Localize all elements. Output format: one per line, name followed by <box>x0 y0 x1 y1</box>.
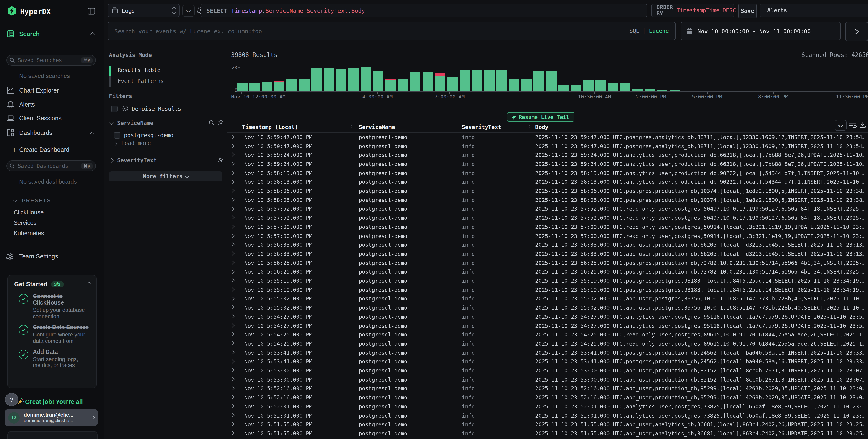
row-expand-chevron-icon[interactable] <box>231 323 235 327</box>
row-expand-chevron-icon[interactable] <box>231 306 235 309</box>
row-servicename: postgresql-demo <box>359 179 450 185</box>
table-row[interactable]: Nov 10 5:57:00.000 PMpostgresql-demoinfo… <box>227 231 868 240</box>
row-body: 2025-11-10 23:56:33.000 UTC,app_user,pro… <box>535 242 866 248</box>
row-servicename: postgresql-demo <box>359 251 450 257</box>
row-expand-chevron-icon[interactable] <box>231 171 235 175</box>
table-row[interactable]: Nov 10 5:58:06.000 PMpostgresql-demoinfo… <box>227 186 868 195</box>
table-row[interactable]: Nov 10 5:55:02.000 PMpostgresql-demoinfo… <box>227 303 868 312</box>
row-expand-chevron-icon[interactable] <box>231 341 235 345</box>
row-expand-chevron-icon[interactable] <box>231 350 235 354</box>
table-row[interactable]: Nov 10 5:56:33.000 PMpostgresql-demoinfo… <box>227 241 868 249</box>
row-expand-chevron-icon[interactable] <box>231 377 235 381</box>
table-row[interactable]: Nov 10 5:52:01.000 PMpostgresql-demoinfo… <box>227 411 868 420</box>
row-body: 2025-11-10 23:58:13.000 UTC,analytics_us… <box>535 170 866 176</box>
row-body: 2025-11-10 23:56:25.000 UTC,postgres,pro… <box>535 269 866 275</box>
row-timestamp: Nov 10 5:57:52.000 PM <box>241 215 351 221</box>
table-row[interactable]: Nov 10 5:55:02.000 PMpostgresql-demoinfo… <box>227 294 868 303</box>
row-timestamp: Nov 10 5:52:01.000 PM <box>241 412 351 419</box>
row-expand-chevron-icon[interactable] <box>231 252 235 255</box>
table-row[interactable]: Nov 10 5:54:25.000 PMpostgresql-demoinfo… <box>227 339 868 348</box>
row-expand-chevron-icon[interactable] <box>231 422 235 426</box>
row-body: 2025-11-10 23:54:27.000 UTC,analytics_us… <box>535 314 866 320</box>
row-servicename: postgresql-demo <box>359 206 450 212</box>
row-severity: info <box>462 305 526 311</box>
row-expand-chevron-icon[interactable] <box>231 332 235 336</box>
row-severity: info <box>462 242 526 248</box>
table-row[interactable]: Nov 10 5:56:33.000 PMpostgresql-demoinfo… <box>227 249 868 258</box>
table-row[interactable]: Nov 10 5:52:01.000 PMpostgresql-demoinfo… <box>227 402 868 411</box>
row-expand-chevron-icon[interactable] <box>231 144 235 148</box>
row-expand-chevron-icon[interactable] <box>231 198 235 201</box>
row-expand-chevron-icon[interactable] <box>231 225 235 229</box>
table-row[interactable]: Nov 10 5:58:13.000 PMpostgresql-demoinfo… <box>227 178 868 186</box>
table-row[interactable]: Nov 10 5:57:52.000 PMpostgresql-demoinfo… <box>227 205 868 213</box>
table-row[interactable]: Nov 10 5:53:41.000 PMpostgresql-demoinfo… <box>227 348 868 357</box>
row-severity: info <box>462 224 526 230</box>
row-expand-chevron-icon[interactable] <box>231 153 235 157</box>
row-expand-chevron-icon[interactable] <box>231 404 235 408</box>
table-row[interactable]: Nov 10 5:52:16.000 PMpostgresql-demoinfo… <box>227 384 868 393</box>
row-expand-chevron-icon[interactable] <box>231 233 235 238</box>
row-expand-chevron-icon[interactable] <box>231 180 235 184</box>
row-expand-chevron-icon[interactable] <box>231 386 235 390</box>
row-body: 2025-11-10 23:53:00.000 UTC,app_user,pro… <box>535 376 866 383</box>
row-expand-chevron-icon[interactable] <box>231 395 235 399</box>
table-row[interactable]: Nov 10 5:53:41.000 PMpostgresql-demoinfo… <box>227 357 868 366</box>
row-expand-chevron-icon[interactable] <box>231 260 235 264</box>
table-row[interactable]: Nov 10 5:55:19.000 PMpostgresql-demoinfo… <box>227 285 868 294</box>
row-expand-chevron-icon[interactable] <box>231 243 235 246</box>
table-row[interactable]: Nov 10 5:59:24.000 PMpostgresql-demoinfo… <box>227 151 868 160</box>
row-servicename: postgresql-demo <box>359 295 450 302</box>
row-servicename: postgresql-demo <box>359 322 450 329</box>
row-expand-chevron-icon[interactable] <box>231 279 235 282</box>
row-expand-chevron-icon[interactable] <box>231 431 235 435</box>
table-row[interactable]: Nov 10 5:54:25.000 PMpostgresql-demoinfo… <box>227 330 868 339</box>
table-row[interactable]: Nov 10 5:58:06.000 PMpostgresql-demoinfo… <box>227 195 868 205</box>
row-timestamp: Nov 10 5:54:25.000 PM <box>241 332 351 338</box>
table-row[interactable]: Nov 10 5:54:27.000 PMpostgresql-demoinfo… <box>227 321 868 330</box>
row-expand-chevron-icon[interactable] <box>231 359 235 363</box>
row-body: 2025-11-10 23:55:19.000 UTC,postgres,pos… <box>535 278 866 284</box>
row-expand-chevron-icon[interactable] <box>231 162 235 166</box>
table-row[interactable]: Nov 10 5:53:00.000 PMpostgresql-demoinfo… <box>227 366 868 375</box>
row-servicename: postgresql-demo <box>359 224 450 230</box>
table-row[interactable]: Nov 10 5:59:47.000 PMpostgresql-demoinfo… <box>227 142 868 151</box>
row-timestamp: Nov 10 5:56:33.000 PM <box>241 251 351 257</box>
table-row[interactable]: Nov 10 5:57:00.000 PMpostgresql-demoinfo… <box>227 222 868 231</box>
table-row[interactable]: Nov 10 5:56:25.000 PMpostgresql-demoinfo… <box>227 268 868 276</box>
row-expand-chevron-icon[interactable] <box>231 189 235 193</box>
row-severity: info <box>462 322 526 329</box>
table-row[interactable]: Nov 10 5:59:47.000 PMpostgresql-demoinfo… <box>227 133 868 142</box>
row-servicename: postgresql-demo <box>359 269 450 275</box>
table-row[interactable]: Nov 10 5:51:55.000 PMpostgresql-demoinfo… <box>227 420 868 429</box>
table-row[interactable]: Nov 10 5:51:55.000 PMpostgresql-demoinfo… <box>227 429 868 438</box>
row-servicename: postgresql-demo <box>359 403 450 410</box>
row-expand-chevron-icon[interactable] <box>231 207 235 211</box>
row-severity: info <box>462 278 526 284</box>
table-row[interactable]: Nov 10 5:59:24.000 PMpostgresql-demoinfo… <box>227 160 868 168</box>
row-expand-chevron-icon[interactable] <box>231 287 235 291</box>
row-timestamp: Nov 10 5:58:06.000 PM <box>241 188 351 194</box>
row-body: 2025-11-10 23:53:41.000 UTC,postgres,pro… <box>535 349 866 356</box>
row-severity: info <box>462 215 526 221</box>
table-row[interactable]: Nov 10 5:58:13.000 PMpostgresql-demoinfo… <box>227 169 868 178</box>
table-row[interactable]: Nov 10 5:56:25.000 PMpostgresql-demoinfo… <box>227 258 868 268</box>
row-servicename: postgresql-demo <box>359 215 450 221</box>
row-timestamp: Nov 10 5:53:41.000 PM <box>241 349 351 356</box>
row-severity: info <box>462 314 526 320</box>
row-expand-chevron-icon[interactable] <box>231 368 235 372</box>
table-row[interactable]: Nov 10 5:57:52.000 PMpostgresql-demoinfo… <box>227 214 868 222</box>
row-expand-chevron-icon[interactable] <box>231 270 235 274</box>
row-expand-chevron-icon[interactable] <box>231 216 235 220</box>
table-row[interactable]: Nov 10 5:52:16.000 PMpostgresql-demoinfo… <box>227 393 868 402</box>
row-expand-chevron-icon[interactable] <box>231 296 235 301</box>
row-expand-chevron-icon[interactable] <box>231 135 235 139</box>
row-expand-chevron-icon[interactable] <box>231 413 235 417</box>
row-expand-chevron-icon[interactable] <box>231 315 235 318</box>
table-row[interactable]: Nov 10 5:53:00.000 PMpostgresql-demoinfo… <box>227 375 868 384</box>
table-row[interactable]: Nov 10 5:54:27.000 PMpostgresql-demoinfo… <box>227 312 868 321</box>
table-row[interactable]: Nov 10 5:55:19.000 PMpostgresql-demoinfo… <box>227 276 868 285</box>
row-body: 2025-11-10 23:51:55.000 UTC,app_user,ana… <box>535 421 866 428</box>
row-body: 2025-11-10 23:53:41.000 UTC,postgres,pro… <box>535 358 866 365</box>
row-timestamp: Nov 10 5:56:33.000 PM <box>241 242 351 248</box>
